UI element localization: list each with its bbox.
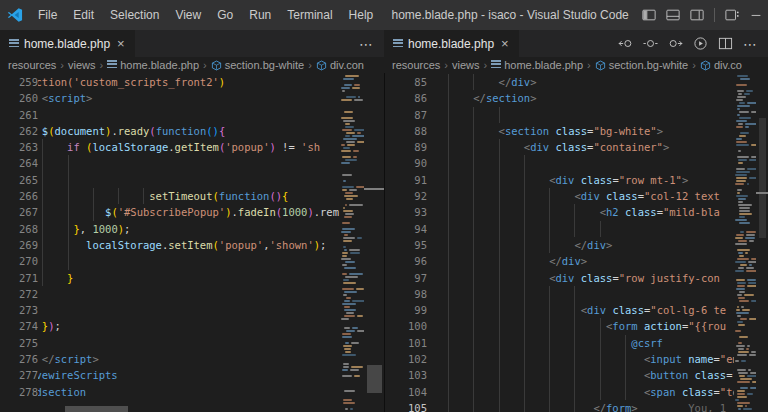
menu-terminal[interactable]: Terminal [279, 4, 340, 26]
minimap-code-mark [736, 168, 744, 170]
tab-home-blade-php-left[interactable]: home.blade.php × [0, 30, 136, 57]
editor-left[interactable]: 2592602612622632642652662672682692702712… [0, 73, 384, 412]
code-area-right[interactable]: </div></section><section class="bg-white… [427, 73, 734, 412]
breadcrumb-item[interactable]: home.blade.php [491, 59, 583, 71]
customize-layout-icon[interactable] [722, 5, 742, 25]
menu-file[interactable]: File [30, 4, 65, 26]
minimap-code-mark [343, 240, 352, 242]
minimap-code-mark [344, 291, 356, 293]
minimize-icon[interactable] [746, 5, 766, 25]
breadcrumb-item[interactable]: home.blade.php [107, 59, 199, 71]
minimap-code-mark [737, 282, 745, 284]
minimap-left[interactable] [340, 73, 364, 412]
code-area-left[interactable]: @section('custom_scripts_front2')<script… [38, 73, 340, 412]
vertical-scrollbar-left[interactable] [364, 73, 384, 412]
minimap-code-mark [353, 156, 356, 158]
line-number: 272 [0, 286, 38, 302]
minimap-code-mark [344, 234, 348, 236]
minimap-code-mark [739, 111, 749, 113]
vertical-scrollbar-right[interactable] [756, 73, 768, 412]
editor-group-left: home.blade.php × ⋯ resources›views›home.… [0, 30, 384, 412]
code-line: if (localStorage.getItem('popup') != 'sh [38, 139, 340, 155]
line-number: 270 [0, 253, 38, 269]
minimap-code-mark [739, 207, 751, 209]
minimap-code-mark [343, 78, 354, 80]
line-number: 89 [384, 139, 427, 155]
minimap-code-mark [343, 294, 348, 296]
indent-guides [448, 155, 530, 171]
next-change-icon[interactable] [668, 36, 683, 51]
minimap-code-mark [739, 216, 744, 218]
minimap-code-mark [356, 186, 364, 188]
code-line: <div class="row mt-1"> [448, 172, 734, 188]
menu-view[interactable]: View [167, 4, 209, 26]
horizontal-scrollbar-thumb-left[interactable] [65, 406, 128, 412]
minimap-code-mark [746, 234, 755, 236]
close-icon[interactable]: × [115, 37, 127, 50]
minimap-code-mark [349, 273, 362, 275]
editor-right[interactable]: 8586878889909192939495969798991001011021… [384, 73, 768, 412]
line-number: 268 [0, 221, 38, 237]
breadcrumb-item[interactable]: section.bg-white [211, 59, 305, 71]
indent-guides [448, 74, 499, 90]
minimap-code-mark [345, 351, 351, 353]
indent-guides [448, 253, 549, 269]
tab-home-blade-php-right[interactable]: home.blade.php × [384, 30, 520, 57]
breadcrumb-item[interactable]: views [68, 59, 96, 71]
indent-guides [448, 221, 606, 237]
minimap-code-mark [740, 318, 748, 320]
menu-edit[interactable]: Edit [65, 4, 102, 26]
indent-guides [38, 139, 67, 155]
run-icon[interactable] [693, 36, 708, 51]
minimap-code-mark [346, 312, 354, 314]
minimap-code-mark [342, 375, 352, 377]
code-line [38, 286, 340, 302]
minimap-code-mark [737, 381, 750, 383]
minimap-code-mark [747, 345, 750, 347]
toggle-panel-icon[interactable] [663, 5, 683, 25]
menu-run[interactable]: Run [241, 4, 279, 26]
minimap-code-mark [739, 336, 748, 338]
split-editor-icon[interactable] [718, 36, 733, 51]
minimap-code-mark [343, 180, 346, 182]
breadcrumb-item[interactable]: div.con [316, 59, 364, 71]
breadcrumb-item[interactable]: section.bg-white [595, 59, 689, 71]
menu-selection[interactable]: Selection [102, 4, 167, 26]
minimap-code-mark [749, 159, 756, 161]
breadcrumb-item[interactable]: div.co [700, 59, 742, 71]
go-to-change-icon[interactable] [643, 36, 658, 51]
minimap-code-mark [349, 189, 357, 191]
symbol-element-icon [595, 60, 606, 71]
minimap-code-mark [738, 267, 744, 269]
breadcrumb-item[interactable]: resources [8, 59, 56, 71]
previous-change-icon[interactable] [618, 36, 633, 51]
toggle-primary-sidebar-icon[interactable] [639, 5, 659, 25]
scrollbar-thumb[interactable] [759, 118, 766, 238]
code-line [38, 253, 340, 269]
menu-help[interactable]: Help [341, 4, 382, 26]
more-actions-icon[interactable]: ⋯ [359, 36, 374, 52]
minimap-code-mark [740, 231, 744, 233]
minimap-code-mark [738, 162, 743, 164]
indent-guides [448, 286, 587, 302]
minimap-right[interactable] [734, 73, 756, 412]
breadcrumb-item[interactable]: views [452, 59, 480, 71]
breadcrumb-item[interactable]: resources [392, 59, 440, 71]
scrollbar-thumb[interactable] [367, 365, 382, 393]
toggle-secondary-sidebar-icon[interactable] [687, 5, 707, 25]
line-number: 101 [384, 335, 427, 351]
menu-go[interactable]: Go [209, 4, 241, 26]
minimap-code-mark [736, 84, 747, 86]
indent-guides [448, 400, 593, 412]
close-icon[interactable]: × [499, 37, 511, 50]
line-number: 266 [0, 188, 38, 204]
minimap-code-mark [345, 261, 356, 263]
minimap-code-mark [737, 258, 749, 260]
more-actions-icon[interactable]: ⋯ [743, 36, 758, 52]
minimap-code-mark [745, 405, 747, 407]
minimap-code-mark [740, 132, 749, 134]
minimap-code-mark [342, 228, 355, 230]
minimap-code-mark [342, 273, 347, 275]
title-bar: FileEditSelectionViewGoRunTerminalHelp h… [0, 0, 768, 30]
minimap-code-mark [747, 168, 756, 170]
